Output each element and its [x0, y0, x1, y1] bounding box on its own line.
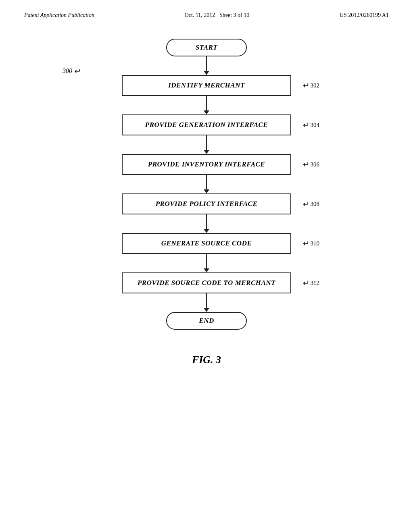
node-gen-interface: PROVIDE GENERATION INTERFACE ↵ 304 [122, 114, 291, 135]
ref-308: ↵ 308 [303, 199, 320, 209]
ref-306: ↵ 306 [303, 160, 320, 169]
node-start: START [166, 39, 247, 56]
gen-code-box: GENERATE SOURCE CODE [122, 233, 291, 254]
pol-interface-box: PROVIDE POLICY INTERFACE [122, 193, 291, 214]
node-provide-code: PROVIDE SOURCE CODE TO MERCHANT ↵ 312 [122, 272, 291, 293]
ref-304: ↵ 304 [303, 120, 320, 130]
header-right: US 2012/0260199 A1 [340, 12, 389, 19]
node-pol-interface: PROVIDE POLICY INTERFACE ↵ 308 [122, 193, 291, 214]
arrow-7 [204, 293, 209, 312]
arrow-6 [204, 254, 209, 272]
page: Patent Application Publication Oct. 11, … [0, 0, 413, 532]
diagram-label: 300 ↵ [63, 66, 81, 76]
arrow-2 [204, 96, 209, 114]
start-box: START [166, 39, 247, 56]
header-sheet: Sheet 3 of 10 [219, 12, 249, 18]
page-header: Patent Application Publication Oct. 11, … [24, 12, 389, 19]
figure-caption: FIG. 3 [24, 354, 389, 366]
header-left: Patent Application Publication [24, 12, 94, 19]
node-identify: IDENTIFY MERCHANT ↵ 302 [122, 75, 291, 96]
ref-312: ↵ 312 [303, 278, 320, 288]
node-inv-interface: PROVIDE INVENTORY INTERFACE ↵ 306 [122, 154, 291, 175]
header-date: Oct. 11, 2012 [185, 12, 215, 18]
end-box: END [166, 312, 247, 330]
arrow-3 [204, 135, 209, 154]
node-gen-code: GENERATE SOURCE CODE ↵ 310 [122, 233, 291, 254]
header-center: Oct. 11, 2012 Sheet 3 of 10 [185, 12, 249, 19]
ref-310: ↵ 310 [303, 239, 320, 248]
ref-302: ↵ 302 [303, 81, 320, 90]
gen-interface-box: PROVIDE GENERATION INTERFACE [122, 114, 291, 135]
inv-interface-box: PROVIDE INVENTORY INTERFACE [122, 154, 291, 175]
arrow-4 [204, 175, 209, 193]
arrow-1 [204, 56, 209, 75]
identify-box: IDENTIFY MERCHANT [122, 75, 291, 96]
provide-code-box: PROVIDE SOURCE CODE TO MERCHANT [122, 272, 291, 293]
arrow-5 [204, 214, 209, 233]
node-end: END [166, 312, 247, 330]
